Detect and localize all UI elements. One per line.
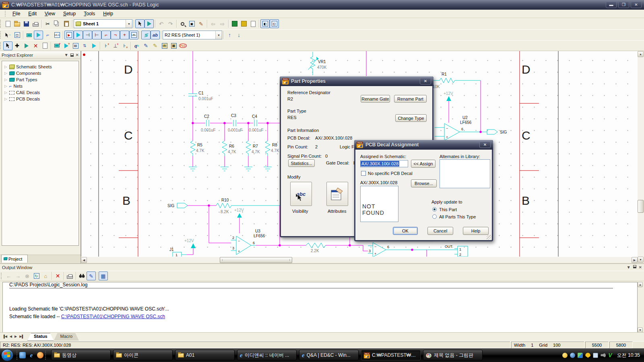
corner-down-button[interactable]: ¬ [111, 31, 120, 39]
add-gate-button[interactable] [34, 31, 43, 39]
vertical-scrollbar[interactable]: ▲ ▼ [638, 51, 644, 263]
sig-out-connector[interactable]: SIG [487, 130, 507, 134]
taskbar-button-pads[interactable]: C:₩PADSTEST₩A... [361, 350, 421, 360]
output-find-button[interactable] [77, 272, 87, 280]
swap-reference-button[interactable]: ⇅ [80, 41, 89, 50]
print-button[interactable] [31, 19, 40, 28]
output-refresh-button[interactable]: ↻ [32, 272, 41, 280]
resistor-2k2[interactable]: 2.2K [256, 243, 363, 253]
power-12v-u2[interactable]: +12V [444, 91, 453, 123]
attr-table-button[interactable]: ▦ [169, 41, 178, 50]
copy-button[interactable] [52, 19, 62, 28]
output-scrollbar[interactable]: ▲ ▼ [638, 282, 643, 333]
add-gate-tool-button[interactable]: + [62, 41, 71, 50]
net-label-button[interactable]: LBL [129, 31, 138, 39]
next-part-button[interactable]: ↓ [234, 31, 244, 39]
output-scroll-up[interactable]: ▲ [638, 282, 643, 287]
step-renumber-button[interactable] [89, 41, 99, 50]
no-specific-checkbox[interactable] [361, 171, 366, 176]
sheet-combo-arrow[interactable]: ▼ [126, 20, 132, 28]
zoom-button[interactable] [178, 19, 187, 28]
change-type-button[interactable]: Change Type [395, 114, 427, 122]
expander-icon[interactable]: ▷ [4, 78, 8, 82]
add-part-button[interactable] [25, 31, 34, 39]
pin-icon[interactable] [70, 53, 74, 57]
part-combo[interactable]: R2 RES (Sheet 1) ▼ [163, 31, 222, 39]
output-forward-button[interactable]: → [13, 272, 23, 280]
view-sheet-button[interactable]: ▣ [187, 19, 196, 28]
sig-in-connector[interactable]: SIG [167, 203, 188, 208]
messenger-icon[interactable] [19, 352, 26, 358]
scroll-up-button[interactable]: ▲ [638, 51, 644, 57]
menu-view[interactable]: View [41, 10, 59, 17]
menu-tools[interactable]: Tools [80, 10, 99, 17]
alternates-listbox[interactable] [440, 159, 490, 188]
output-home-button[interactable]: ⌂ [41, 272, 50, 280]
paste-button[interactable] [62, 19, 71, 28]
gate-select-mode-button[interactable] [144, 19, 154, 28]
add-net-button[interactable]: ⌐ [43, 31, 52, 39]
all-parts-radio[interactable] [432, 214, 437, 219]
pads-layout-button[interactable] [230, 19, 239, 28]
move-tool-button[interactable]: ✚ [12, 41, 22, 50]
report-button[interactable] [248, 19, 258, 28]
add-connection-button[interactable]: ▶ [64, 31, 74, 39]
expander-icon[interactable]: ▷ [4, 65, 8, 69]
quick-attributes-button[interactable]: qb [132, 41, 141, 50]
swap-gate-button[interactable]: U1.1 [52, 31, 62, 39]
panel-close-icon[interactable]: ✕ [76, 53, 79, 57]
rename-gate-button[interactable]: Rename Gate [361, 95, 390, 103]
scroll-right-button[interactable]: ▶ [632, 257, 638, 263]
output-clear-button[interactable]: ✕ [53, 272, 62, 280]
select-tool-button[interactable] [3, 41, 12, 50]
tray-display-icon[interactable] [593, 353, 598, 358]
save-button[interactable] [22, 19, 31, 28]
resistor-r10[interactable]: R10 8.2K [188, 198, 280, 214]
scroll-down-button[interactable]: ▼ [638, 257, 644, 263]
prev-part-button[interactable]: ↑ [225, 31, 234, 39]
capacitor-c1[interactable]: C1 0.001uF [188, 51, 213, 122]
pcb-decal-titlebar[interactable]: PCB Decal Assignment ✕ [354, 140, 493, 150]
taskbar-button-qna[interactable]: e Q&A | ED&C - Win... [299, 350, 359, 360]
pin-right-button[interactable]: ⊢ [92, 31, 101, 39]
part-combo-arrow[interactable]: ▼ [215, 31, 222, 39]
project-tab[interactable]: Project [1, 255, 28, 263]
add-pin-button[interactable]: ⊦+ [101, 41, 111, 50]
properties-tool-button[interactable] [40, 41, 50, 50]
dialog-close-button[interactable]: ✕ [420, 78, 431, 84]
resistor-r1[interactable]: R1 10K [433, 72, 481, 89]
expander-icon[interactable]: ▷ [4, 71, 8, 75]
menu-edit[interactable]: Edit [25, 10, 40, 17]
tab-first-button[interactable]: ▐◀ [2, 334, 8, 339]
menu-help[interactable]: Help [99, 10, 117, 17]
opamp-u3[interactable]: 2 3 6 − + U3 LF656 [231, 229, 265, 255]
pin-icon[interactable] [633, 265, 636, 268]
loaded-file-link[interactable]: C:\PADSTEST\A01\CHOPPING WAVE OSC.sch [61, 314, 165, 319]
rename-part-button[interactable]: Rename Part [394, 95, 427, 103]
power-12v-u3[interactable]: +12V [234, 208, 244, 233]
tab-next-button[interactable]: ▶ [14, 334, 18, 339]
taskbar-button-a01[interactable]: A01 [175, 350, 235, 360]
resize-grip[interactable] [487, 235, 491, 240]
connector-j1[interactable]: J1 1 +12V [169, 239, 196, 257]
taskbar-button-icons[interactable]: 아이콘 [113, 350, 173, 360]
this-part-radio[interactable] [432, 207, 437, 212]
pads-router-button[interactable] [239, 19, 248, 28]
browser-icon[interactable] [37, 352, 43, 358]
taskbar-button-videos[interactable]: 동영상 [51, 350, 111, 360]
project-explorer-toggle[interactable]: ◧ [260, 19, 270, 28]
taskbar-button-naver[interactable]: e 이디앤씨 :: 네이버 ... [237, 350, 297, 360]
edit-value-button[interactable]: ✎ [151, 41, 160, 50]
statistics-button[interactable]: Statistics... [288, 159, 315, 167]
vscroll-thumb[interactable] [638, 200, 644, 213]
tray-volume-icon[interactable] [601, 353, 606, 358]
undo-button[interactable]: ↶ [157, 19, 166, 28]
output-log[interactable]: C:\PADS Projects\Logic_Session.log Loadi… [2, 282, 638, 333]
tree-item-nets[interactable]: ▷ ⌐ Nets [3, 83, 78, 89]
tree-item-pcb-decals[interactable]: ▷ PCB Decals [3, 96, 78, 102]
filter-parts-button[interactable]: ⌁ [3, 31, 12, 39]
assigned-input[interactable]: AX/.300X.100/.028 [360, 160, 408, 167]
paste-from-library-button[interactable]: ▤ [71, 41, 80, 50]
restore-button[interactable]: ❐ [618, 2, 629, 8]
browse-button[interactable]: Browse... [411, 179, 437, 187]
